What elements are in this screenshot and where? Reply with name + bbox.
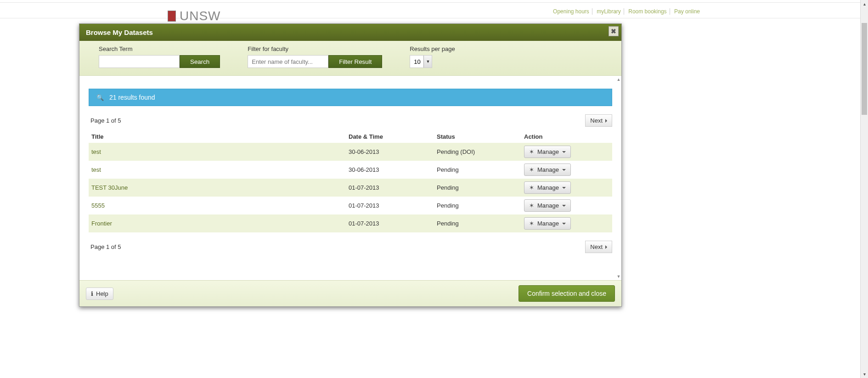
chevron-down-icon (562, 187, 566, 189)
table-row: test30-06-2013Pending (DOI)✶Manage (89, 143, 612, 161)
results-per-page-group: Results per page 10 ▼ (410, 45, 455, 68)
dataset-title-link[interactable]: test (91, 148, 101, 155)
dataset-date: 01-07-2013 (346, 214, 434, 232)
dataset-status: Pending (434, 197, 521, 214)
search-term-label: Search Term (99, 45, 220, 52)
manage-button[interactable]: ✶Manage (524, 199, 571, 212)
close-icon: ✖ (611, 28, 616, 35)
manage-button[interactable]: ✶Manage (524, 146, 571, 158)
dataset-date: 01-07-2013 (346, 197, 434, 214)
pager-top: Page 1 of 5 Next (89, 114, 612, 127)
modal-header: Browse My Datasets ✖ (79, 24, 621, 41)
bg-link: Room bookings (626, 8, 670, 15)
chevron-down-icon (562, 151, 566, 153)
search-icon: 🔍 (96, 94, 104, 101)
brand-text: UNSW (180, 9, 221, 23)
unsw-crest-icon (168, 11, 176, 22)
dataset-status: Pending (434, 179, 521, 197)
col-header-status: Status (434, 130, 521, 143)
dataset-title-link[interactable]: test (91, 166, 101, 173)
page-info-bottom: Page 1 of 5 (89, 243, 121, 250)
scroll-up-icon: ▴ (861, 0, 868, 8)
bg-link: Opening hours (550, 8, 592, 15)
gear-icon: ✶ (529, 184, 534, 191)
window-scrollbar[interactable]: ▴ ▾ (860, 0, 868, 378)
dataset-date: 30-06-2013 (346, 143, 434, 161)
faculty-filter-input[interactable] (248, 55, 328, 68)
dataset-date: 30-06-2013 (346, 161, 434, 179)
chevron-down-icon (562, 169, 566, 171)
results-per-page-label: Results per page (410, 45, 455, 52)
bg-link: Pay online (671, 8, 703, 15)
help-button[interactable]: ℹ Help (86, 288, 113, 300)
gear-icon: ✶ (529, 202, 534, 209)
modal-body-scrollbar[interactable]: ▲ ▼ (616, 76, 621, 280)
results-per-page-select[interactable]: 10 (410, 55, 432, 68)
search-term-input[interactable] (99, 55, 180, 68)
search-button[interactable]: Search (180, 55, 220, 68)
pager-bottom: Page 1 of 5 Next (89, 241, 612, 253)
dataset-status: Pending (434, 161, 521, 179)
col-header-title: Title (89, 130, 346, 143)
page-info-top: Page 1 of 5 (89, 117, 121, 124)
table-row: test30-06-2013Pending✶Manage (89, 161, 612, 179)
scrollbar-thumb[interactable] (862, 23, 867, 115)
dataset-date: 01-07-2013 (346, 179, 434, 197)
dataset-title-link[interactable]: 5555 (91, 202, 105, 209)
manage-label: Manage (537, 166, 559, 173)
datasets-table: Title Date & Time Status Action test30-0… (89, 130, 612, 232)
results-found-text: 21 results found (109, 94, 155, 101)
browse-datasets-modal: Browse My Datasets ✖ Search Term Search … (79, 23, 622, 307)
col-header-date: Date & Time (346, 130, 434, 143)
background-brand: UNSW (168, 9, 221, 23)
col-header-action: Action (521, 130, 612, 143)
gear-icon: ✶ (529, 220, 534, 227)
table-row: Frontier01-07-2013Pending✶Manage (89, 214, 612, 232)
manage-label: Manage (537, 184, 559, 191)
bg-link: myLibrary (594, 8, 624, 15)
table-row: 555501-07-2013Pending✶Manage (89, 197, 612, 214)
manage-button[interactable]: ✶Manage (524, 164, 571, 176)
filter-bar: Search Term Search Filter for faculty Fi… (79, 41, 621, 76)
faculty-filter-group: Filter for faculty Filter Result (248, 45, 382, 68)
next-label: Next (590, 243, 603, 250)
results-per-page-select-wrap: 10 ▼ (410, 55, 432, 68)
faculty-filter-label: Filter for faculty (248, 45, 382, 52)
modal-body: 🔍 21 results found Page 1 of 5 Next Titl… (79, 76, 621, 280)
next-button-top[interactable]: Next (585, 114, 612, 127)
confirm-selection-button[interactable]: Confirm selection and close (519, 285, 615, 302)
next-button-bottom[interactable]: Next (585, 241, 612, 253)
modal-footer: ℹ Help Confirm selection and close (79, 280, 621, 306)
dataset-status: Pending (434, 214, 521, 232)
next-label: Next (590, 117, 603, 124)
modal-close-button[interactable]: ✖ (609, 26, 619, 36)
search-term-group: Search Term Search (99, 45, 220, 68)
scroll-down-icon: ▼ (616, 274, 621, 279)
manage-label: Manage (537, 220, 559, 227)
scroll-down-icon: ▾ (861, 370, 868, 378)
background-top-links: Opening hours myLibrary Room bookings Pa… (550, 8, 703, 15)
chevron-down-icon (562, 205, 566, 207)
dataset-title-link[interactable]: Frontier (91, 220, 112, 227)
help-label: Help (96, 290, 108, 297)
info-icon: ℹ (91, 290, 93, 297)
chevron-right-icon (605, 119, 607, 123)
manage-button[interactable]: ✶Manage (524, 181, 571, 194)
results-found-banner: 🔍 21 results found (89, 89, 612, 106)
scroll-up-icon: ▲ (616, 77, 621, 82)
manage-label: Manage (537, 148, 559, 155)
chevron-right-icon (605, 245, 607, 249)
manage-button[interactable]: ✶Manage (524, 217, 571, 230)
manage-label: Manage (537, 202, 559, 209)
filter-result-button[interactable]: Filter Result (328, 55, 382, 68)
dataset-title-link[interactable]: TEST 30June (91, 184, 128, 191)
table-row: TEST 30June01-07-2013Pending✶Manage (89, 179, 612, 197)
background-topbar (0, 2, 868, 18)
gear-icon: ✶ (529, 148, 534, 155)
modal-title: Browse My Datasets (86, 28, 153, 36)
gear-icon: ✶ (529, 166, 534, 173)
table-header-row: Title Date & Time Status Action (89, 130, 612, 143)
dataset-status: Pending (DOI) (434, 143, 521, 161)
chevron-down-icon (562, 223, 566, 225)
